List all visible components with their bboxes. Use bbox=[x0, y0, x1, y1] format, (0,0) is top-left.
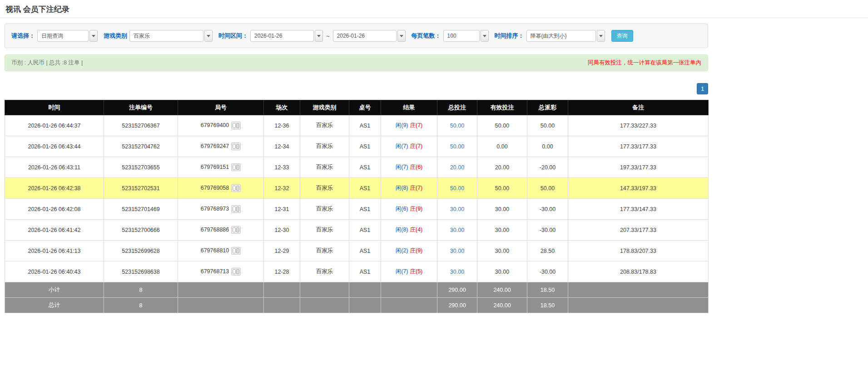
bet-id-cell: 523152701469 bbox=[104, 199, 178, 220]
select-type-label: 请选择： bbox=[11, 32, 35, 40]
result-banker: 庄(9) bbox=[410, 247, 423, 254]
valid-bet-cell: 20.00 bbox=[477, 157, 527, 178]
payout-cell: 50.00 bbox=[527, 115, 568, 136]
summary-empty-cell bbox=[178, 282, 264, 298]
summary-empty-cell bbox=[300, 282, 349, 298]
column-header-9: 有效投注 bbox=[477, 100, 527, 115]
payout-cell: -20.00 bbox=[527, 157, 568, 178]
result-cell: 闲(7)庄(5) bbox=[381, 261, 437, 282]
round-number: 679768810 bbox=[201, 247, 229, 254]
column-header-8: 总投注 bbox=[437, 100, 477, 115]
total-bet-link[interactable]: 30.00 bbox=[450, 269, 464, 275]
filter-bar: 请选择： 游戏类别 时间区间： ~ 每页笔数： bbox=[5, 24, 708, 48]
summary-payout-cell: 18.50 bbox=[527, 282, 568, 298]
total-bet-cell: 50.00 bbox=[437, 178, 477, 199]
total-bet-link[interactable]: 30.00 bbox=[450, 248, 464, 254]
result-banker: 庄(7) bbox=[410, 122, 423, 128]
game-type-combo bbox=[129, 30, 213, 42]
summary-empty-cell bbox=[300, 298, 349, 313]
total-bet-link[interactable]: 50.00 bbox=[450, 143, 464, 150]
time-cell: 2026-01-26 06:43:44 bbox=[5, 136, 104, 157]
summary-total-bet-cell: 290.00 bbox=[437, 298, 477, 313]
currency-total-text: 币别 : 人民币 | 总共 :8 注单 | bbox=[11, 59, 83, 67]
game-result-cards-icon[interactable] bbox=[231, 163, 241, 171]
total-bet-link[interactable]: 30.00 bbox=[450, 227, 464, 233]
game-result-cards-icon[interactable] bbox=[231, 268, 241, 276]
search-button[interactable]: 查询 bbox=[611, 30, 633, 42]
page-1-button[interactable]: 1 bbox=[697, 83, 708, 94]
total-bet-link[interactable]: 30.00 bbox=[450, 206, 464, 212]
session-cell: 12-29 bbox=[264, 241, 300, 261]
select-type-input[interactable] bbox=[37, 30, 89, 42]
round-cell: 679768713 bbox=[178, 261, 264, 282]
time-cell: 2026-01-26 06:43:11 bbox=[5, 157, 104, 178]
sort-order-combo bbox=[526, 30, 605, 42]
sort-order-input[interactable] bbox=[526, 30, 596, 42]
game-result-cards-icon[interactable] bbox=[231, 184, 241, 192]
summary-count-cell: 8 bbox=[104, 282, 178, 298]
round-cell: 679768810 bbox=[178, 241, 264, 261]
page: 视讯 会员下注纪录 请选择： 游戏类别 时间区间： ~ bbox=[0, 0, 868, 379]
game-type-input[interactable] bbox=[129, 30, 203, 42]
game-type-cell: 百家乐 bbox=[300, 241, 349, 261]
total-bet-link[interactable]: 50.00 bbox=[450, 185, 464, 192]
date-to-dropdown-button[interactable] bbox=[397, 30, 406, 42]
date-range-separator: ~ bbox=[326, 33, 330, 39]
result-banker: 庄(6) bbox=[410, 164, 423, 170]
game-result-cards-icon[interactable] bbox=[231, 205, 241, 213]
payout-cell: 0.00 bbox=[527, 136, 568, 157]
game-result-cards-icon[interactable] bbox=[231, 143, 241, 150]
game-type-cell: 百家乐 bbox=[300, 157, 349, 178]
summary-empty-cell bbox=[568, 298, 709, 313]
session-cell: 12-33 bbox=[264, 157, 300, 178]
total-bet-link[interactable]: 20.00 bbox=[450, 164, 464, 171]
game-result-cards-icon[interactable] bbox=[231, 226, 241, 234]
note-cell: 177.33/177.33 bbox=[568, 136, 709, 157]
select-type-dropdown-button[interactable] bbox=[89, 30, 98, 42]
bet-record-row: 2026-01-26 06:42:38 523152702531 6797690… bbox=[5, 178, 709, 199]
valid-bet-cell: 30.00 bbox=[477, 220, 527, 241]
summary-count-cell: 8 bbox=[104, 298, 178, 313]
per-page-combo bbox=[443, 30, 489, 42]
sort-order-dropdown-button[interactable] bbox=[597, 30, 605, 42]
game-type-cell: 百家乐 bbox=[300, 220, 349, 241]
total-bet-link[interactable]: 50.00 bbox=[450, 123, 464, 129]
game-type-dropdown-button[interactable] bbox=[204, 30, 213, 42]
bet-record-row: 2026-01-26 06:43:11 523152703655 6797691… bbox=[5, 157, 709, 178]
summary-label-cell: 小计 bbox=[5, 282, 104, 298]
table-body: 2026-01-26 06:44:37 523152706367 6797694… bbox=[5, 115, 709, 282]
game-result-cards-icon[interactable] bbox=[231, 122, 241, 129]
bet-id-cell: 523152704762 bbox=[104, 136, 178, 157]
round-number: 679768713 bbox=[201, 268, 229, 275]
game-type-cell: 百家乐 bbox=[300, 178, 349, 199]
round-number: 679769151 bbox=[201, 164, 229, 170]
round-cell: 679768886 bbox=[178, 220, 264, 241]
result-cell: 闲(7)庄(7) bbox=[381, 136, 437, 157]
per-page-dropdown-button[interactable] bbox=[481, 30, 489, 42]
result-cell: 闲(7)庄(6) bbox=[381, 157, 437, 178]
result-cell: 闲(6)庄(9) bbox=[381, 199, 437, 220]
bet-id-cell: 523152698638 bbox=[104, 261, 178, 282]
column-header-5: 游戏类别 bbox=[300, 100, 349, 115]
bet-records-table: 时间注单编号局号场次游戏类别桌号结果总投注有效投注总派彩备注 2026-01-2… bbox=[5, 100, 709, 313]
result-banker: 庄(4) bbox=[410, 226, 423, 233]
bet-record-row: 2026-01-26 06:40:43 523152698638 6797687… bbox=[5, 261, 709, 282]
note-cell: 178.83/207.33 bbox=[568, 241, 709, 261]
date-from-dropdown-button[interactable] bbox=[315, 30, 323, 42]
note-cell: 208.83/178.83 bbox=[568, 261, 709, 282]
per-page-input[interactable] bbox=[443, 30, 480, 42]
date-to-input[interactable] bbox=[333, 30, 397, 42]
bet-id-cell: 523152699628 bbox=[104, 241, 178, 261]
table-header-row: 时间注单编号局号场次游戏类别桌号结果总投注有效投注总派彩备注 bbox=[5, 100, 709, 115]
game-type-label: 游戏类别 bbox=[104, 32, 127, 40]
column-header-1: 时间 bbox=[5, 100, 104, 115]
summary-empty-cell bbox=[349, 298, 381, 313]
game-result-cards-icon[interactable] bbox=[231, 247, 241, 255]
round-number: 679769247 bbox=[201, 143, 229, 149]
date-from-input[interactable] bbox=[250, 30, 314, 42]
total-bet-cell: 30.00 bbox=[437, 220, 477, 241]
payout-cell: -30.00 bbox=[527, 261, 568, 282]
session-cell: 12-28 bbox=[264, 261, 300, 282]
bet-record-row: 2026-01-26 06:43:44 523152704762 6797692… bbox=[5, 136, 709, 157]
column-header-7: 结果 bbox=[381, 100, 437, 115]
